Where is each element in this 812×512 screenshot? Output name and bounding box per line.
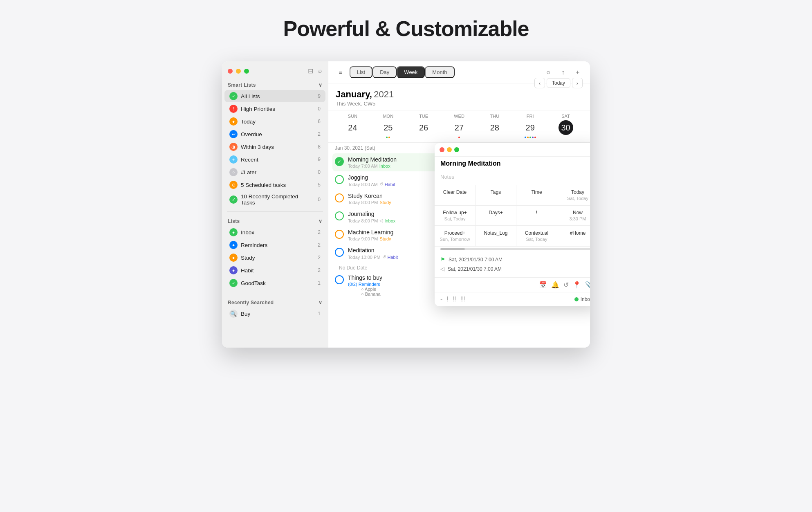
task-circle-t3[interactable] xyxy=(335,193,344,202)
close-button[interactable] xyxy=(228,69,233,74)
today-button[interactable]: Today xyxy=(547,78,570,88)
location-toolbar-icon[interactable]: 📍 xyxy=(573,281,581,289)
sidebar-badge-buy: 1 xyxy=(315,311,321,317)
week-day-28[interactable]: Thu 28 xyxy=(477,114,512,139)
sidebar-item-habit[interactable]: ● Habit 2 xyxy=(224,264,325,276)
priority-low[interactable]: ! xyxy=(446,296,448,303)
detail-list-label: Inbox xyxy=(581,296,590,302)
task-circle-t5[interactable] xyxy=(335,230,344,239)
sidebar-item-goodtask[interactable]: ✓ GoodTask 1 xyxy=(224,277,325,289)
detail-date-text-0: Sat, 2021/01/30 7:00 AM xyxy=(449,257,502,263)
detail-cell-detail-grid-2-2[interactable]: ! xyxy=(516,206,557,226)
menu-icon[interactable]: ≡ xyxy=(335,67,346,78)
sidebar-item-high-priorities[interactable]: ! High Priorities 0 xyxy=(224,103,325,115)
priority-high[interactable]: !!! xyxy=(460,296,466,303)
day-name: Wed xyxy=(454,114,464,119)
recently-searched-collapse-icon[interactable]: ∨ xyxy=(319,300,322,305)
sidebar-item-inbox[interactable]: ● Inbox 2 xyxy=(224,226,325,238)
detail-cell-detail-grid-1-0[interactable]: Clear Date xyxy=(435,185,476,205)
detail-close-button[interactable] xyxy=(440,147,444,152)
sidebar-badge-today: 6 xyxy=(315,119,321,124)
next-week-button[interactable]: › xyxy=(572,78,583,88)
sidebar-item-all-lists[interactable]: ✓ All Lists 9 xyxy=(224,90,325,102)
detail-scrollbar-thumb[interactable] xyxy=(440,248,465,250)
detail-titlebar xyxy=(435,143,590,157)
task-circle-t6[interactable] xyxy=(335,248,344,257)
week-day-25[interactable]: Mon 25 xyxy=(370,114,406,139)
detail-cell-detail-grid-1-3[interactable]: Today Sat, Today xyxy=(557,185,590,205)
day-dot xyxy=(527,137,529,138)
sidebar-item-study[interactable]: ● Study 2 xyxy=(224,252,325,264)
detail-cell-detail-grid-3-2[interactable]: Contextual Sat, Today xyxy=(516,226,557,246)
sidebar-icon-high-priorities: ! xyxy=(229,105,238,113)
circle-icon[interactable]: ○ xyxy=(543,67,554,78)
detail-cell-detail-grid-2-3[interactable]: Now 3:30 PM xyxy=(557,206,590,226)
sidebar-item-recent[interactable]: + Recent 9 xyxy=(224,153,325,166)
sidebar-badge-overdue: 2 xyxy=(315,131,321,137)
detail-cell-detail-grid-3-0[interactable]: Proceed+ Sun, Tomorrow xyxy=(435,226,476,246)
sidebar-label-within3days: Within 3 days xyxy=(241,144,312,150)
sidebar-item-buy[interactable]: 🔍 Buy 1 xyxy=(224,308,325,320)
sidebar-label-overdue: Overdue xyxy=(241,131,312,137)
sidebar-icon-study: ● xyxy=(229,254,238,262)
detail-cell-detail-grid-1-2[interactable]: Time xyxy=(516,185,557,205)
smartlists-collapse-icon[interactable]: ∨ xyxy=(319,82,322,88)
calendar-toolbar-icon[interactable]: 📅 xyxy=(539,281,547,289)
refresh-toolbar-icon[interactable]: ↺ xyxy=(563,281,569,289)
detail-notes-field[interactable]: Notes xyxy=(435,171,590,185)
week-day-30[interactable]: Sat 30 xyxy=(548,114,583,139)
add-icon[interactable]: + xyxy=(572,67,583,78)
sidebar-badge-goodtask: 1 xyxy=(315,280,321,286)
day-name: Mon xyxy=(383,114,393,119)
sidebar-divider-2 xyxy=(227,293,323,293)
lists-collapse-icon[interactable]: ∨ xyxy=(319,218,322,224)
sidebar-item-reminders[interactable]: ● Reminders 2 xyxy=(224,239,325,251)
task-tag: Inbox xyxy=(384,218,395,223)
detail-cell-detail-grid-2-0[interactable]: Follow up+ Sat, Today xyxy=(435,206,476,226)
detail-maximize-button[interactable] xyxy=(454,147,459,152)
tab-month[interactable]: Month xyxy=(425,66,454,78)
day-number: 25 xyxy=(381,120,395,135)
sidebar-item-overdue[interactable]: ↩ Overdue 2 xyxy=(224,128,325,140)
priority-med[interactable]: !! xyxy=(453,296,456,303)
detail-cell-label: Tags xyxy=(479,189,513,195)
detail-cell-detail-grid-3-1[interactable]: Notes_Log xyxy=(476,226,516,246)
share-icon[interactable]: ↑ xyxy=(557,67,569,78)
sidebar-item-completed[interactable]: ✓ 10 Recently Completed Tasks 0 xyxy=(224,191,325,208)
audio-toolbar-icon[interactable]: 🔔 xyxy=(551,281,559,289)
month-label: January, xyxy=(336,89,372,99)
maximize-button[interactable] xyxy=(244,69,249,74)
sidebar-badge-later: 0 xyxy=(315,169,321,175)
sidebar-item-today[interactable]: ● Today 6 xyxy=(224,115,325,128)
detail-cell-label: ! xyxy=(520,210,554,216)
tab-list[interactable]: List xyxy=(350,66,372,78)
detail-minimize-button[interactable] xyxy=(447,147,452,152)
priority-none[interactable]: - xyxy=(440,296,442,303)
week-day-26[interactable]: Tue 26 xyxy=(406,114,442,139)
task-tag: Habit xyxy=(388,255,398,260)
tab-week[interactable]: Week xyxy=(397,66,425,78)
task-circle-t4[interactable] xyxy=(335,211,344,220)
sidebar-toggle-icon[interactable]: ⊟ xyxy=(308,67,313,75)
task-circle-t2[interactable] xyxy=(335,175,344,184)
week-day-29[interactable]: Fri 29 xyxy=(512,114,548,139)
task-circle-t7[interactable] xyxy=(335,275,344,284)
search-icon[interactable]: ⌕ xyxy=(318,67,322,75)
sidebar-label-high-priorities: High Priorities xyxy=(241,106,312,112)
lists-section: Lists ∨ xyxy=(222,215,328,226)
sidebar-item-scheduled[interactable]: ⊙ 5 Scheduled tasks 5 xyxy=(224,179,325,191)
detail-cell-detail-grid-1-1[interactable]: Tags xyxy=(476,185,516,205)
task-circle-t1[interactable] xyxy=(335,157,344,166)
task-tag: Study xyxy=(379,236,391,241)
prev-week-button[interactable]: ‹ xyxy=(534,78,545,88)
detail-cell-detail-grid-2-1[interactable]: Days+ xyxy=(476,206,516,226)
attachment-toolbar-icon[interactable]: 📎 xyxy=(585,281,590,289)
minimize-button[interactable] xyxy=(236,69,241,74)
sidebar-item-later[interactable]: ○ #Later 0 xyxy=(224,166,325,178)
detail-cell-detail-grid-3-3[interactable]: #Home xyxy=(557,226,590,246)
tab-day[interactable]: Day xyxy=(372,66,397,78)
sidebar-label-inbox: Inbox xyxy=(241,229,312,236)
week-day-27[interactable]: Wed 27 xyxy=(442,114,477,139)
week-day-24[interactable]: Sun 24 xyxy=(335,114,370,139)
sidebar-item-within3days[interactable]: ◑ Within 3 days 8 xyxy=(224,141,325,153)
